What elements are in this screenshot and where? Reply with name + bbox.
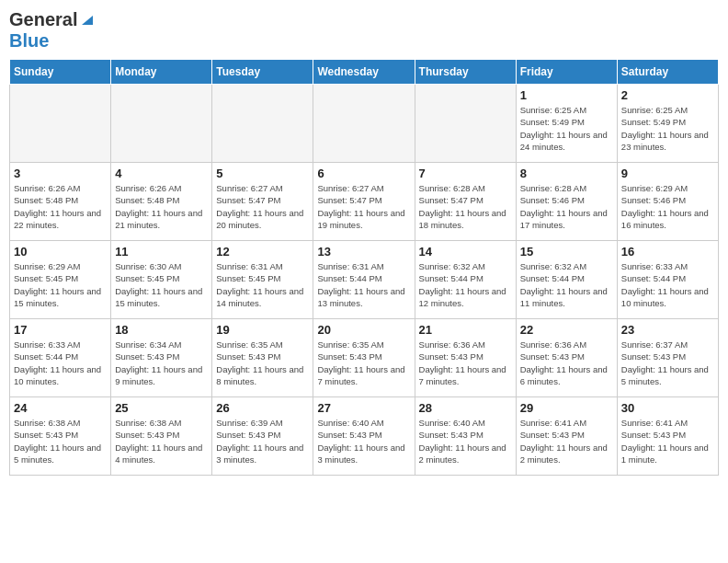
day-number: 16 <box>621 245 714 259</box>
calendar-week-row: 1Sunrise: 6:25 AM Sunset: 5:49 PM Daylig… <box>10 85 719 163</box>
calendar-cell: 7Sunrise: 6:28 AM Sunset: 5:47 PM Daylig… <box>415 163 516 241</box>
day-info: Sunrise: 6:32 AM Sunset: 5:44 PM Dayligh… <box>419 260 512 309</box>
calendar-cell <box>111 85 212 163</box>
calendar-cell: 29Sunrise: 6:41 AM Sunset: 5:43 PM Dayli… <box>516 397 617 476</box>
calendar-cell: 20Sunrise: 6:35 AM Sunset: 5:43 PM Dayli… <box>313 319 415 397</box>
calendar-cell: 25Sunrise: 6:38 AM Sunset: 5:43 PM Dayli… <box>111 397 212 476</box>
day-info: Sunrise: 6:36 AM Sunset: 5:43 PM Dayligh… <box>419 339 512 387</box>
day-number: 12 <box>216 245 309 259</box>
calendar-week-row: 24Sunrise: 6:38 AM Sunset: 5:43 PM Dayli… <box>10 397 719 476</box>
day-number: 26 <box>216 401 309 415</box>
day-info: Sunrise: 6:41 AM Sunset: 5:43 PM Dayligh… <box>520 417 613 465</box>
calendar-cell: 11Sunrise: 6:30 AM Sunset: 5:45 PM Dayli… <box>111 241 212 319</box>
calendar-cell: 12Sunrise: 6:31 AM Sunset: 5:45 PM Dayli… <box>212 241 313 319</box>
calendar-cell: 21Sunrise: 6:36 AM Sunset: 5:43 PM Dayli… <box>415 319 516 397</box>
day-number: 14 <box>419 245 512 259</box>
day-number: 13 <box>317 245 410 259</box>
calendar-cell: 30Sunrise: 6:41 AM Sunset: 5:43 PM Dayli… <box>617 397 718 476</box>
day-number: 28 <box>419 401 512 415</box>
day-number: 17 <box>14 323 107 337</box>
day-info: Sunrise: 6:28 AM Sunset: 5:46 PM Dayligh… <box>520 182 613 231</box>
day-number: 9 <box>621 167 714 180</box>
calendar-cell: 2Sunrise: 6:25 AM Sunset: 5:49 PM Daylig… <box>617 85 718 163</box>
day-info: Sunrise: 6:29 AM Sunset: 5:46 PM Dayligh… <box>621 182 714 231</box>
calendar-cell: 22Sunrise: 6:36 AM Sunset: 5:43 PM Dayli… <box>516 319 617 397</box>
header-friday: Friday <box>516 60 617 85</box>
calendar-cell: 28Sunrise: 6:40 AM Sunset: 5:43 PM Dayli… <box>415 397 516 476</box>
day-number: 19 <box>216 323 309 337</box>
calendar-table: SundayMondayTuesdayWednesdayThursdayFrid… <box>9 59 719 476</box>
day-number: 2 <box>621 88 714 102</box>
day-info: Sunrise: 6:33 AM Sunset: 5:44 PM Dayligh… <box>621 260 714 309</box>
day-number: 15 <box>520 245 613 259</box>
day-info: Sunrise: 6:29 AM Sunset: 5:45 PM Dayligh… <box>14 260 107 309</box>
calendar-week-row: 10Sunrise: 6:29 AM Sunset: 5:45 PM Dayli… <box>10 241 719 319</box>
calendar-cell: 26Sunrise: 6:39 AM Sunset: 5:43 PM Dayli… <box>212 397 313 476</box>
day-info: Sunrise: 6:38 AM Sunset: 5:43 PM Dayligh… <box>14 417 107 465</box>
calendar-cell: 17Sunrise: 6:33 AM Sunset: 5:44 PM Dayli… <box>10 319 111 397</box>
calendar-cell: 14Sunrise: 6:32 AM Sunset: 5:44 PM Dayli… <box>415 241 516 319</box>
calendar-cell <box>10 85 111 163</box>
calendar-cell: 10Sunrise: 6:29 AM Sunset: 5:45 PM Dayli… <box>10 241 111 319</box>
day-number: 27 <box>317 401 410 415</box>
day-number: 8 <box>520 167 613 180</box>
header-thursday: Thursday <box>415 60 516 85</box>
day-info: Sunrise: 6:40 AM Sunset: 5:43 PM Dayligh… <box>317 417 410 465</box>
day-number: 7 <box>419 167 512 180</box>
day-info: Sunrise: 6:30 AM Sunset: 5:45 PM Dayligh… <box>115 260 208 309</box>
calendar-header-row: SundayMondayTuesdayWednesdayThursdayFrid… <box>10 60 719 85</box>
day-number: 29 <box>520 401 613 415</box>
header-sunday: Sunday <box>10 60 111 85</box>
day-info: Sunrise: 6:28 AM Sunset: 5:47 PM Dayligh… <box>419 182 512 231</box>
page-header: General Blue <box>9 9 719 52</box>
header-wednesday: Wednesday <box>313 60 415 85</box>
day-number: 5 <box>216 167 309 180</box>
day-info: Sunrise: 6:40 AM Sunset: 5:43 PM Dayligh… <box>419 417 512 465</box>
day-number: 3 <box>14 167 107 180</box>
day-number: 18 <box>115 323 208 337</box>
calendar-cell: 13Sunrise: 6:31 AM Sunset: 5:44 PM Dayli… <box>313 241 415 319</box>
day-info: Sunrise: 6:26 AM Sunset: 5:48 PM Dayligh… <box>14 182 107 231</box>
day-info: Sunrise: 6:27 AM Sunset: 5:47 PM Dayligh… <box>317 182 410 231</box>
logo: General Blue <box>9 9 95 52</box>
day-number: 6 <box>317 167 410 180</box>
calendar-cell: 8Sunrise: 6:28 AM Sunset: 5:46 PM Daylig… <box>516 163 617 241</box>
calendar-cell: 18Sunrise: 6:34 AM Sunset: 5:43 PM Dayli… <box>111 319 212 397</box>
calendar-week-row: 17Sunrise: 6:33 AM Sunset: 5:44 PM Dayli… <box>10 319 719 397</box>
day-info: Sunrise: 6:41 AM Sunset: 5:43 PM Dayligh… <box>621 417 714 465</box>
day-info: Sunrise: 6:36 AM Sunset: 5:43 PM Dayligh… <box>520 339 613 387</box>
day-info: Sunrise: 6:34 AM Sunset: 5:43 PM Dayligh… <box>115 339 208 387</box>
calendar-cell: 15Sunrise: 6:32 AM Sunset: 5:44 PM Dayli… <box>516 241 617 319</box>
day-number: 11 <box>115 245 208 259</box>
day-info: Sunrise: 6:37 AM Sunset: 5:43 PM Dayligh… <box>621 339 714 387</box>
calendar-cell <box>415 85 516 163</box>
day-info: Sunrise: 6:35 AM Sunset: 5:43 PM Dayligh… <box>216 339 309 387</box>
day-number: 1 <box>520 88 613 102</box>
day-number: 20 <box>317 323 410 337</box>
day-info: Sunrise: 6:25 AM Sunset: 5:49 PM Dayligh… <box>621 104 714 153</box>
logo-triangle-icon <box>80 12 95 30</box>
day-number: 10 <box>14 245 107 259</box>
calendar-cell: 16Sunrise: 6:33 AM Sunset: 5:44 PM Dayli… <box>617 241 718 319</box>
day-info: Sunrise: 6:35 AM Sunset: 5:43 PM Dayligh… <box>317 339 410 387</box>
day-number: 22 <box>520 323 613 337</box>
day-info: Sunrise: 6:31 AM Sunset: 5:44 PM Dayligh… <box>317 260 410 309</box>
day-info: Sunrise: 6:27 AM Sunset: 5:47 PM Dayligh… <box>216 182 309 231</box>
day-number: 30 <box>621 401 714 415</box>
day-info: Sunrise: 6:31 AM Sunset: 5:45 PM Dayligh… <box>216 260 309 309</box>
calendar-week-row: 3Sunrise: 6:26 AM Sunset: 5:48 PM Daylig… <box>10 163 719 241</box>
day-info: Sunrise: 6:32 AM Sunset: 5:44 PM Dayligh… <box>520 260 613 309</box>
day-number: 24 <box>14 401 107 415</box>
calendar-cell: 24Sunrise: 6:38 AM Sunset: 5:43 PM Dayli… <box>10 397 111 476</box>
calendar-cell: 23Sunrise: 6:37 AM Sunset: 5:43 PM Dayli… <box>617 319 718 397</box>
day-info: Sunrise: 6:39 AM Sunset: 5:43 PM Dayligh… <box>216 417 309 465</box>
logo-blue-text: Blue <box>9 30 49 51</box>
day-number: 25 <box>115 401 208 415</box>
calendar-cell: 9Sunrise: 6:29 AM Sunset: 5:46 PM Daylig… <box>617 163 718 241</box>
day-number: 4 <box>115 167 208 180</box>
calendar-cell <box>313 85 415 163</box>
calendar-cell: 1Sunrise: 6:25 AM Sunset: 5:49 PM Daylig… <box>516 85 617 163</box>
calendar-cell: 27Sunrise: 6:40 AM Sunset: 5:43 PM Dayli… <box>313 397 415 476</box>
day-info: Sunrise: 6:26 AM Sunset: 5:48 PM Dayligh… <box>115 182 208 231</box>
day-info: Sunrise: 6:25 AM Sunset: 5:49 PM Dayligh… <box>520 104 613 153</box>
